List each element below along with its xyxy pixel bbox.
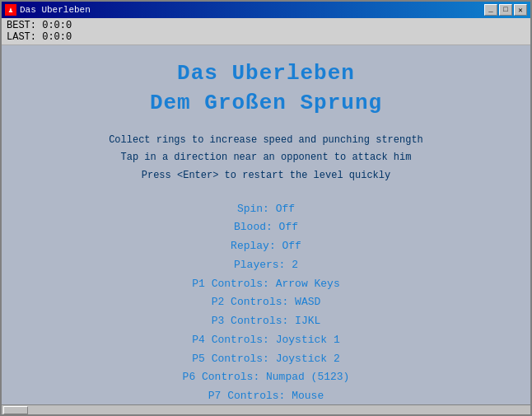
window-icon: ♟ — [5, 4, 16, 16]
instruction-line3: Press <Enter> to restart the level quick… — [109, 167, 423, 185]
setting-replay[interactable]: Replay: Off — [176, 237, 356, 256]
game-title-line1: Das Uberleben — [150, 58, 382, 88]
scrollbar-thumb[interactable] — [3, 406, 28, 414]
setting-p7controls[interactable]: P7 Controls: Mouse — [176, 387, 356, 404]
close-button[interactable]: ✕ — [514, 4, 527, 16]
setting-players[interactable]: Players: 2 — [176, 256, 356, 275]
setting-p2controls[interactable]: P2 Controls: WASD — [176, 293, 356, 312]
window-title: Das Uberleben — [20, 5, 91, 15]
title-bar-left: ♟ Das Uberleben — [5, 4, 91, 16]
scrollbar — [2, 404, 530, 414]
setting-p5controls[interactable]: P5 Controls: Joystick 2 — [176, 350, 356, 369]
setting-p6controls[interactable]: P6 Controls: Numpad (5123) — [176, 368, 356, 387]
minimize-button[interactable]: _ — [484, 4, 497, 16]
instructions: Collect rings to increase speed and punc… — [109, 132, 423, 185]
setting-blood[interactable]: Blood: Off — [176, 218, 356, 237]
content-area: Das Uberleben Dem Großen Sprung Collect … — [2, 45, 530, 404]
title-buttons: _ □ ✕ — [484, 4, 527, 16]
last-score: LAST: 0:0:0 — [7, 31, 525, 43]
best-score: BEST: 0:0:0 — [7, 20, 525, 31]
setting-spin[interactable]: Spin: Off — [176, 200, 356, 219]
setting-p3controls[interactable]: P3 Controls: IJKL — [176, 312, 356, 331]
instruction-line1: Collect rings to increase speed and punc… — [109, 132, 423, 150]
main-window: ♟ Das Uberleben _ □ ✕ BEST: 0:0:0 LAST: … — [0, 0, 532, 416]
setting-p1controls[interactable]: P1 Controls: Arrow Keys — [176, 275, 356, 294]
title-bar: ♟ Das Uberleben _ □ ✕ — [2, 2, 530, 18]
maximize-button[interactable]: □ — [499, 4, 512, 16]
instruction-line2: Tap in a direction near an opponent to a… — [109, 149, 423, 167]
settings-list: Spin: Off Blood: Off Replay: Off Players… — [176, 200, 356, 404]
game-title: Das Uberleben Dem Großen Sprung — [150, 58, 382, 119]
setting-p4controls[interactable]: P4 Controls: Joystick 1 — [176, 331, 356, 350]
stats-bar: BEST: 0:0:0 LAST: 0:0:0 — [2, 18, 530, 45]
game-title-line2: Dem Großen Sprung — [150, 88, 382, 118]
